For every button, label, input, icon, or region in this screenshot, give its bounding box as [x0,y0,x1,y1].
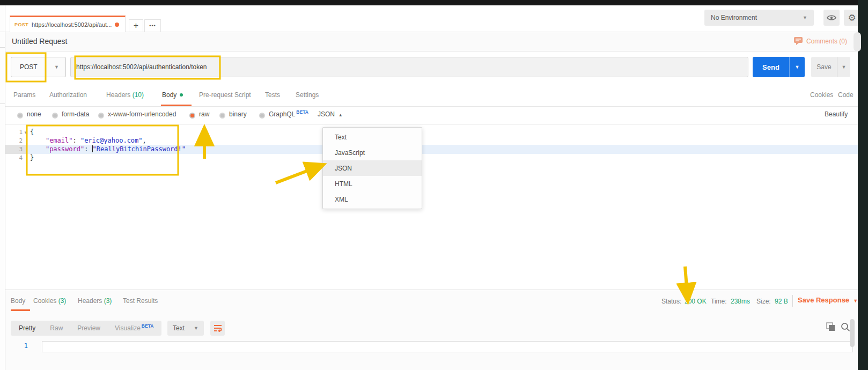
radio-raw-selected[interactable] [189,113,195,119]
response-tab-test-results[interactable]: Test Results [123,297,158,305]
tab-body[interactable]: Body [162,91,183,99]
new-tab-button[interactable]: + [129,19,143,32]
beautify-link[interactable]: Beautify [825,110,848,118]
request-title: Untitled Request [12,37,68,46]
code-line[interactable]: { [30,128,34,136]
language-selector[interactable]: JSON ▲ [318,110,343,118]
response-tab-body[interactable]: Body [11,297,25,305]
copy-response-button[interactable] [825,322,836,335]
menu-item-javascript[interactable]: JavaScript [323,145,422,160]
radio-form-data-label[interactable]: form-data [62,110,89,118]
response-scrollbar-thumb[interactable] [850,319,855,347]
annotation-arrow-json [276,167,317,183]
tab-tests[interactable]: Tests [265,91,280,99]
save-response-button[interactable]: Save Response ▼ [798,296,858,304]
menu-item-text[interactable]: Text [323,129,422,145]
radio-raw-label[interactable]: raw [199,110,209,118]
headers-label: Headers [78,297,102,305]
request-tab[interactable]: POST https://localhost:5002/api/aut... [10,16,126,32]
code-key-password: "password" [46,145,84,153]
radio-x-www-form-urlencoded[interactable] [98,113,104,119]
body-active-dot [180,93,183,97]
headers-count-badge: (10) [133,91,144,99]
environment-quick-look-button[interactable] [823,10,840,26]
save-options-chevron-icon[interactable]: ▼ [837,57,850,77]
code-link[interactable]: Code [838,91,854,99]
tab-pre-request-script[interactable]: Pre-request Script [199,91,251,99]
send-label: Send [753,57,790,77]
graphql-label: GraphQL [269,110,295,118]
collapsed-sidebar-rail[interactable] [0,5,5,370]
menu-item-xml[interactable]: XML [323,191,422,207]
view-preview[interactable]: Preview [77,324,100,332]
code-key-email: "email" [46,137,73,144]
language-selected-label: JSON [318,110,335,118]
size-label: Size: [756,298,771,305]
chevron-down-icon: ▼ [853,298,858,304]
wrap-text-button[interactable] [210,321,225,336]
visualize-label: Visualize [115,324,141,332]
method-selected-label: POST [20,63,54,71]
code-fold-icon[interactable]: ▼ [24,130,28,135]
radio-none-label[interactable]: none [27,110,41,118]
radio-binary-label[interactable]: binary [229,110,247,118]
response-headers-count-badge: (3) [104,297,112,305]
send-button[interactable]: Send ▼ [753,57,805,77]
radio-binary[interactable] [219,113,225,119]
tab-params[interactable]: Params [13,91,35,99]
save-button[interactable]: Save ▼ [811,57,850,77]
comments-label: Comments (0) [806,38,847,45]
search-response-button[interactable] [840,322,851,335]
copy-icon [825,322,836,332]
radio-none[interactable] [17,113,23,119]
menu-item-html[interactable]: HTML [323,176,422,191]
view-pretty[interactable]: Pretty [19,324,35,332]
tab-method-badge: POST [14,22,28,27]
response-format-selector[interactable]: Text ▼ [167,321,204,336]
radio-form-data[interactable] [52,113,58,119]
code-line-active[interactable]: "password": "ReallyBitchinPassword!" [30,145,186,153]
chevron-down-icon: ▼ [54,64,59,70]
menu-item-json-selected[interactable]: JSON [323,160,422,176]
radio-graphql-label[interactable]: GraphQLBETA [269,110,308,118]
tab-body-label: Body [162,91,176,99]
plus-icon: + [134,21,138,31]
tab-headers[interactable]: Headers (10) [106,91,144,99]
cookies-label: Cookies [33,297,56,305]
eye-icon [827,14,836,21]
page-scrollbar-track[interactable] [858,0,868,370]
view-visualize[interactable]: VisualizeBETA [115,324,153,332]
code-indent [30,137,46,144]
comments-button[interactable]: Comments (0) [794,37,847,45]
code-separator: : [84,145,92,153]
rail-divider [0,103,5,104]
request-tabs-border [5,106,858,107]
tab-settings[interactable]: Settings [296,91,319,99]
code-line[interactable]: "email": "eric@yahoo.com", [30,137,146,144]
response-tab-cookies[interactable]: Cookies (3) [33,297,66,305]
send-options-chevron-icon[interactable]: ▼ [790,57,805,77]
code-indent [30,145,46,153]
editor-top-border [5,124,858,125]
tab-authorization[interactable]: Authorization [49,91,87,99]
radio-x-www-form-urlencoded-label[interactable]: x-www-form-urlencoded [108,110,176,118]
response-body-line[interactable] [42,341,853,352]
cookies-count-badge: (3) [58,297,67,305]
save-label: Save [811,57,837,77]
format-selected-label: Text [173,324,185,332]
cookies-link[interactable]: Cookies [810,91,833,99]
more-tabs-button[interactable]: ••• [144,19,161,32]
url-input[interactable] [70,57,748,77]
response-tab-headers[interactable]: Headers (3) [78,297,112,305]
response-active-tab-underline [11,309,30,311]
view-raw[interactable]: Raw [50,324,63,332]
active-tab-underline [161,105,192,106]
gutter-line-number: 2 [6,137,23,144]
size-value: 92 B [775,298,788,305]
code-line[interactable]: } [30,154,34,161]
method-selector[interactable]: POST ▼ [11,57,66,77]
page-scrollbar-thumb[interactable] [854,32,861,51]
radio-graphql[interactable] [259,113,265,119]
code-value-password: "ReallyBitchinPassword!" [93,145,186,153]
environment-selector[interactable]: No Environment ▼ [704,10,814,26]
